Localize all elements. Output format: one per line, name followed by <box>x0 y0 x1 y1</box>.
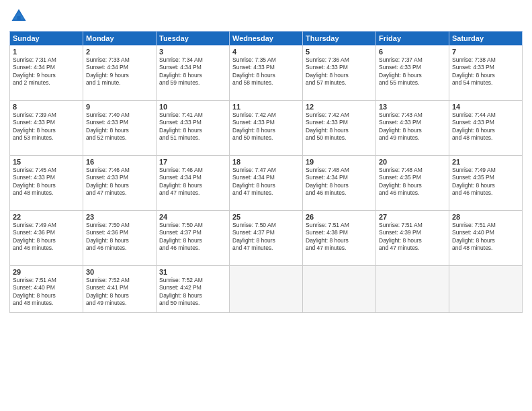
day-number: 6 <box>379 48 446 56</box>
calendar-cell: 27Sunrise: 7:51 AMSunset: 4:39 PMDayligh… <box>376 211 449 266</box>
day-info: Sunrise: 7:48 AMSunset: 4:35 PMDaylight:… <box>379 167 446 197</box>
calendar-cell: 8Sunrise: 7:39 AMSunset: 4:33 PMDaylight… <box>10 101 83 156</box>
calendar-cell: 14Sunrise: 7:44 AMSunset: 4:33 PMDayligh… <box>449 101 523 156</box>
day-number: 14 <box>452 103 519 111</box>
calendar-cell <box>303 266 376 313</box>
day-info: Sunrise: 7:48 AMSunset: 4:34 PMDaylight:… <box>306 167 373 197</box>
logo-icon <box>9 7 28 26</box>
day-number: 1 <box>13 48 80 56</box>
header <box>9 7 523 26</box>
calendar-cell: 30Sunrise: 7:52 AMSunset: 4:41 PMDayligh… <box>83 266 157 313</box>
day-info: Sunrise: 7:50 AMSunset: 4:37 PMDaylight:… <box>232 222 300 253</box>
day-info: Sunrise: 7:38 AMSunset: 4:33 PMDaylight:… <box>452 56 519 87</box>
day-number: 5 <box>306 48 373 56</box>
calendar-cell: 23Sunrise: 7:50 AMSunset: 4:36 PMDayligh… <box>83 211 157 266</box>
day-number: 26 <box>306 213 373 221</box>
calendar-cell: 25Sunrise: 7:50 AMSunset: 4:37 PMDayligh… <box>230 211 303 266</box>
day-number: 10 <box>159 103 226 111</box>
calendar-week-5: 29Sunrise: 7:51 AMSunset: 4:40 PMDayligh… <box>10 266 523 313</box>
calendar-cell: 6Sunrise: 7:37 AMSunset: 4:33 PMDaylight… <box>376 46 449 101</box>
day-number: 7 <box>452 48 519 56</box>
calendar-week-1: 1Sunrise: 7:31 AMSunset: 4:34 PMDaylight… <box>10 46 523 101</box>
calendar-cell <box>230 266 303 313</box>
day-number: 28 <box>452 213 519 221</box>
day-number: 30 <box>86 268 153 276</box>
day-info: Sunrise: 7:44 AMSunset: 4:33 PMDaylight:… <box>452 111 519 142</box>
day-info: Sunrise: 7:46 AMSunset: 4:33 PMDaylight:… <box>86 167 153 197</box>
calendar-cell <box>376 266 449 313</box>
calendar-cell: 19Sunrise: 7:48 AMSunset: 4:34 PMDayligh… <box>303 156 376 211</box>
day-info: Sunrise: 7:36 AMSunset: 4:33 PMDaylight:… <box>306 56 373 87</box>
day-info: Sunrise: 7:51 AMSunset: 4:39 PMDaylight:… <box>379 222 446 253</box>
weekday-header-friday: Friday <box>376 32 449 46</box>
day-number: 22 <box>13 213 80 221</box>
weekday-header-thursday: Thursday <box>303 32 376 46</box>
calendar-cell: 29Sunrise: 7:51 AMSunset: 4:40 PMDayligh… <box>10 266 83 313</box>
day-number: 20 <box>379 158 446 166</box>
day-info: Sunrise: 7:49 AMSunset: 4:36 PMDaylight:… <box>13 222 80 253</box>
day-number: 21 <box>452 158 519 166</box>
day-info: Sunrise: 7:51 AMSunset: 4:40 PMDaylight:… <box>13 277 80 308</box>
calendar-cell: 28Sunrise: 7:51 AMSunset: 4:40 PMDayligh… <box>449 211 523 266</box>
day-number: 23 <box>86 213 153 221</box>
day-info: Sunrise: 7:46 AMSunset: 4:34 PMDaylight:… <box>159 167 226 197</box>
day-number: 13 <box>379 103 446 111</box>
calendar-header-row: SundayMondayTuesdayWednesdayThursdayFrid… <box>10 32 523 46</box>
day-info: Sunrise: 7:51 AMSunset: 4:40 PMDaylight:… <box>452 222 519 253</box>
day-number: 18 <box>232 158 300 166</box>
day-info: Sunrise: 7:33 AMSunset: 4:34 PMDaylight:… <box>86 56 153 87</box>
calendar-week-4: 22Sunrise: 7:49 AMSunset: 4:36 PMDayligh… <box>10 211 523 266</box>
day-info: Sunrise: 7:51 AMSunset: 4:38 PMDaylight:… <box>306 222 373 253</box>
calendar-cell: 4Sunrise: 7:35 AMSunset: 4:33 PMDaylight… <box>230 46 303 101</box>
calendar-cell: 1Sunrise: 7:31 AMSunset: 4:34 PMDaylight… <box>10 46 83 101</box>
calendar-cell: 24Sunrise: 7:50 AMSunset: 4:37 PMDayligh… <box>157 211 230 266</box>
calendar-cell: 3Sunrise: 7:34 AMSunset: 4:34 PMDaylight… <box>157 46 230 101</box>
day-info: Sunrise: 7:39 AMSunset: 4:33 PMDaylight:… <box>13 111 80 142</box>
day-info: Sunrise: 7:50 AMSunset: 4:37 PMDaylight:… <box>159 222 226 253</box>
calendar-cell <box>449 266 523 313</box>
day-number: 3 <box>159 48 226 56</box>
calendar-cell: 9Sunrise: 7:40 AMSunset: 4:33 PMDaylight… <box>83 101 157 156</box>
day-number: 8 <box>13 103 80 111</box>
day-info: Sunrise: 7:47 AMSunset: 4:34 PMDaylight:… <box>232 167 300 197</box>
calendar-cell: 11Sunrise: 7:42 AMSunset: 4:33 PMDayligh… <box>230 101 303 156</box>
day-number: 4 <box>232 48 300 56</box>
calendar-cell: 13Sunrise: 7:43 AMSunset: 4:33 PMDayligh… <box>376 101 449 156</box>
calendar-cell: 12Sunrise: 7:42 AMSunset: 4:33 PMDayligh… <box>303 101 376 156</box>
day-number: 11 <box>232 103 300 111</box>
day-info: Sunrise: 7:35 AMSunset: 4:33 PMDaylight:… <box>232 56 300 87</box>
calendar-cell: 22Sunrise: 7:49 AMSunset: 4:36 PMDayligh… <box>10 211 83 266</box>
calendar-cell: 16Sunrise: 7:46 AMSunset: 4:33 PMDayligh… <box>83 156 157 211</box>
calendar-week-2: 8Sunrise: 7:39 AMSunset: 4:33 PMDaylight… <box>10 101 523 156</box>
weekday-header-tuesday: Tuesday <box>157 32 230 46</box>
weekday-header-saturday: Saturday <box>449 32 523 46</box>
day-info: Sunrise: 7:45 AMSunset: 4:33 PMDaylight:… <box>13 167 80 197</box>
calendar-cell: 7Sunrise: 7:38 AMSunset: 4:33 PMDaylight… <box>449 46 523 101</box>
calendar-cell: 26Sunrise: 7:51 AMSunset: 4:38 PMDayligh… <box>303 211 376 266</box>
day-number: 25 <box>232 213 300 221</box>
day-info: Sunrise: 7:42 AMSunset: 4:33 PMDaylight:… <box>232 111 300 142</box>
day-number: 27 <box>379 213 446 221</box>
calendar-cell: 2Sunrise: 7:33 AMSunset: 4:34 PMDaylight… <box>83 46 157 101</box>
day-info: Sunrise: 7:42 AMSunset: 4:33 PMDaylight:… <box>306 111 373 142</box>
day-number: 2 <box>86 48 153 56</box>
day-number: 31 <box>159 268 226 276</box>
day-info: Sunrise: 7:31 AMSunset: 4:34 PMDaylight:… <box>13 56 80 87</box>
day-number: 17 <box>159 158 226 166</box>
calendar-cell: 18Sunrise: 7:47 AMSunset: 4:34 PMDayligh… <box>230 156 303 211</box>
day-number: 19 <box>306 158 373 166</box>
weekday-header-sunday: Sunday <box>10 32 83 46</box>
day-info: Sunrise: 7:34 AMSunset: 4:34 PMDaylight:… <box>159 56 226 87</box>
weekday-header-wednesday: Wednesday <box>230 32 303 46</box>
calendar-cell: 15Sunrise: 7:45 AMSunset: 4:33 PMDayligh… <box>10 156 83 211</box>
calendar-cell: 21Sunrise: 7:49 AMSunset: 4:35 PMDayligh… <box>449 156 523 211</box>
day-info: Sunrise: 7:40 AMSunset: 4:33 PMDaylight:… <box>86 111 153 142</box>
logo <box>9 7 31 26</box>
day-number: 15 <box>13 158 80 166</box>
weekday-header-monday: Monday <box>83 32 157 46</box>
day-number: 29 <box>13 268 80 276</box>
calendar-cell: 31Sunrise: 7:52 AMSunset: 4:42 PMDayligh… <box>157 266 230 313</box>
calendar-cell: 10Sunrise: 7:41 AMSunset: 4:33 PMDayligh… <box>157 101 230 156</box>
calendar-cell: 17Sunrise: 7:46 AMSunset: 4:34 PMDayligh… <box>157 156 230 211</box>
calendar-table: SundayMondayTuesdayWednesdayThursdayFrid… <box>9 31 523 313</box>
